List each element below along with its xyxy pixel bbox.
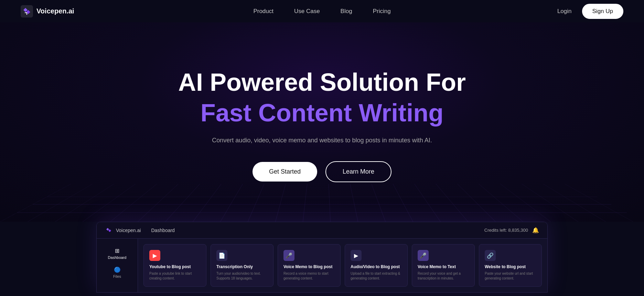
dashboard-content: ▶ Youtube to Blog post Paste a youtube l… <box>138 239 547 292</box>
nav-blog[interactable]: Blog <box>341 8 352 15</box>
audio-video-card-desc: Upload a file to start extracting & gene… <box>351 271 402 281</box>
hero-title-line2: Fast Content Writing <box>201 99 444 127</box>
sidebar-dashboard-label: Dashboard <box>108 255 127 260</box>
dashboard-logo-text: Voicepen.ai <box>116 228 141 233</box>
files-icon: 🔵 <box>114 266 121 273</box>
navbar-nav: Product Use Case Blog Pricing <box>253 8 390 15</box>
nav-product[interactable]: Product <box>253 8 273 15</box>
navbar: Voicepen.ai Product Use Case Blog Pricin… <box>0 0 644 22</box>
bell-icon[interactable]: 🔔 <box>532 227 539 233</box>
learn-more-button[interactable]: Learn More <box>325 161 391 182</box>
voicepen-logo-icon <box>21 5 33 18</box>
youtube-icon: ▶ <box>149 250 160 261</box>
sidebar-files-label: Files <box>113 274 121 278</box>
dashboard-sidebar: ⊞ Dashboard 🔵 Files <box>97 239 138 292</box>
signup-button[interactable]: Sign Up <box>582 4 623 19</box>
feature-card-website[interactable]: 🔗 Website to Blog post Paste your websit… <box>479 244 542 287</box>
dashboard-title: Dashboard <box>151 228 175 233</box>
hero-section: AI Powered Solution For Fast Content Wri… <box>0 22 644 222</box>
hero-description: Convert audio, video, voice memo and web… <box>212 137 432 144</box>
audio-video-icon: ▶ <box>351 250 362 261</box>
transcription-card-desc: Turn your audio/video to text. Supports … <box>216 271 268 281</box>
dashboard-header-right: Credits left: 8,835,300 🔔 <box>484 227 539 233</box>
dashboard-window: Voicepen.ai Dashboard Credits left: 8,83… <box>96 222 548 293</box>
dashboard-logo-icon <box>105 227 112 234</box>
transcription-icon: 📄 <box>216 250 227 261</box>
dashboard-icon: ⊞ <box>115 248 119 254</box>
get-started-button[interactable]: Get Started <box>253 162 317 182</box>
dashboard-header-left: Voicepen.ai Dashboard <box>105 227 175 234</box>
audio-video-card-title: Audio/Video to Blog post <box>351 264 402 269</box>
feature-card-youtube[interactable]: ▶ Youtube to Blog post Paste a youtube l… <box>143 244 206 287</box>
dashboard-preview: Voicepen.ai Dashboard Credits left: 8,83… <box>0 222 644 293</box>
transcription-card-title: Transcription Only <box>216 264 268 269</box>
logo-text: Voicepen.ai <box>36 7 74 15</box>
hero-cta-group: Get Started Learn More <box>253 161 391 182</box>
voice-memo-card-title: Voice Memo to Blog post <box>283 264 335 269</box>
voice-text-card-desc: Record your voice and get a transcriptio… <box>418 271 469 281</box>
hero-title-line1: AI Powered Solution For <box>178 69 466 96</box>
website-card-title: Website to Blog post <box>485 264 536 269</box>
youtube-card-desc: Paste a youtube link to start creating c… <box>149 271 201 281</box>
feature-card-transcription[interactable]: 📄 Transcription Only Turn your audio/vid… <box>211 244 273 287</box>
voice-memo-card-desc: Record a voice memo to start generating … <box>283 271 335 281</box>
credits-label: Credits left: 8,835,300 <box>484 228 528 233</box>
dashboard-body: ⊞ Dashboard 🔵 Files ▶ Youtube to Blog po… <box>97 239 547 292</box>
login-button[interactable]: Login <box>557 8 572 15</box>
website-card-desc: Paste your website url and start generat… <box>485 271 536 281</box>
navbar-logo-group: Voicepen.ai <box>21 5 74 18</box>
feature-card-audio-video[interactable]: ▶ Audio/Video to Blog post Upload a file… <box>345 244 408 287</box>
website-icon: 🔗 <box>485 250 496 261</box>
sidebar-item-files[interactable]: 🔵 Files <box>97 263 138 282</box>
feature-card-voice-text[interactable]: 🎤 Voice Memo to Text Record your voice a… <box>412 244 475 287</box>
voice-memo-icon: 🎤 <box>283 250 294 261</box>
voice-text-icon: 🎤 <box>418 250 429 261</box>
voice-text-card-title: Voice Memo to Text <box>418 264 469 269</box>
dashboard-header: Voicepen.ai Dashboard Credits left: 8,83… <box>97 222 547 239</box>
sidebar-item-dashboard[interactable]: ⊞ Dashboard <box>97 244 138 263</box>
feature-card-voice-memo[interactable]: 🎤 Voice Memo to Blog post Record a voice… <box>278 244 341 287</box>
youtube-card-title: Youtube to Blog post <box>149 264 201 269</box>
navbar-auth: Login Sign Up <box>557 4 623 19</box>
nav-use-case[interactable]: Use Case <box>294 8 320 15</box>
nav-pricing[interactable]: Pricing <box>373 8 391 15</box>
